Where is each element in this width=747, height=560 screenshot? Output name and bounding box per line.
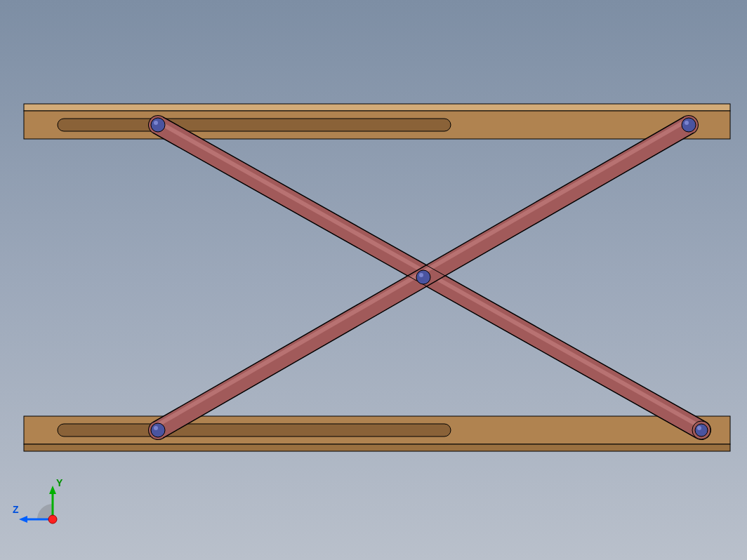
svg-rect-0 <box>24 104 730 111</box>
triad-x-axis-dot <box>48 515 57 524</box>
triad-y-label: Y <box>56 477 62 488</box>
pin-center-highlight <box>419 273 423 277</box>
pin-bottom-left-highlight <box>154 426 158 430</box>
coordinate-triad[interactable] <box>19 486 57 524</box>
svg-rect-3 <box>24 444 730 451</box>
triad-z-arrow <box>19 516 27 523</box>
pin-bottom-right-highlight <box>697 426 701 430</box>
pin-top-left <box>151 118 165 132</box>
bottom-rail-slot <box>58 424 451 436</box>
pin-top-right <box>682 118 696 132</box>
pin-top-right-highlight <box>685 121 689 125</box>
top-rail-slot <box>58 119 451 131</box>
triad-z-label: Z <box>13 504 19 515</box>
bottom-rail <box>24 416 730 451</box>
cad-viewport[interactable]: Y Z <box>0 0 747 560</box>
model-canvas <box>0 0 747 560</box>
top-rail <box>24 104 730 139</box>
pin-top-left-highlight <box>154 121 158 125</box>
pin-bottom-left <box>151 423 165 437</box>
triad-y-arrow <box>49 486 56 494</box>
pin-bottom-right <box>695 424 708 436</box>
pin-center <box>416 270 430 284</box>
